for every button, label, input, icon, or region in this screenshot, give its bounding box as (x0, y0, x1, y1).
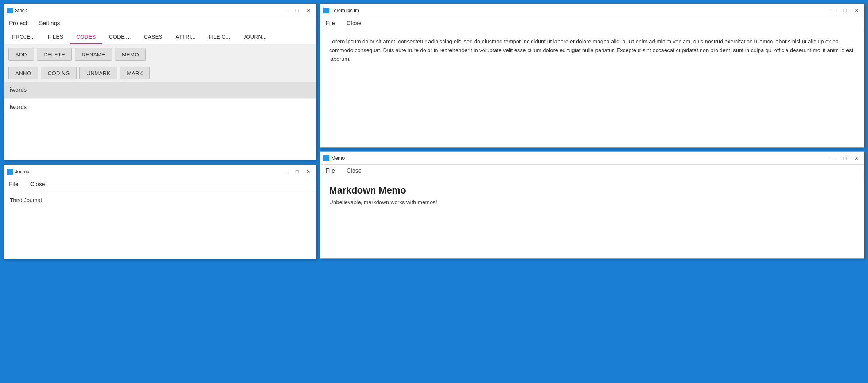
tab-journ[interactable]: JOURN... (237, 30, 273, 44)
memo-icon (323, 155, 329, 161)
journal-window: Journal — □ ✕ File Close Third Journal (4, 165, 316, 259)
memo-subtext: Unbelievable, markdown works with memos! (329, 199, 855, 205)
memo-button[interactable]: MEMO (115, 48, 146, 61)
journal-title: Journal (15, 169, 281, 174)
memo-heading: Markdown Memo (329, 185, 855, 196)
lorem-paragraph: Lorem ipsum dolor sit amet, consectetur … (329, 37, 855, 63)
mark-button[interactable]: MARK (120, 67, 149, 79)
memo-title: Memo (331, 155, 829, 161)
memo-maximize-btn[interactable]: □ (841, 155, 849, 162)
tab-codes[interactable]: CODES (70, 30, 102, 44)
memo-menu-file[interactable]: File (323, 166, 337, 176)
stack-window-controls: — □ ✕ (281, 7, 313, 14)
toolbar-row-2: ANNO CODING UNMARK MARK (4, 63, 316, 82)
lorem-menu-close[interactable]: Close (345, 19, 364, 28)
stack-close-btn[interactable]: ✕ (304, 7, 313, 14)
stack-titlebar: Stack — □ ✕ (4, 4, 316, 17)
journal-text: Third Journal (10, 197, 42, 203)
add-button[interactable]: ADD (8, 48, 34, 61)
tab-proje[interactable]: PROJE... (5, 30, 42, 44)
journal-minimize-btn[interactable]: — (281, 168, 290, 175)
stack-menu-bar: Project Settings (4, 17, 316, 30)
journal-window-controls: — □ ✕ (281, 168, 313, 175)
tab-filec[interactable]: FILE C... (202, 30, 237, 44)
stack-maximize-btn[interactable]: □ (293, 7, 301, 14)
lorem-maximize-btn[interactable]: □ (841, 7, 849, 14)
journal-content-area: Third Journal (4, 191, 316, 259)
journal-close-btn[interactable]: ✕ (304, 168, 313, 175)
coding-button[interactable]: CODING (41, 67, 77, 79)
lorem-content-area: Lorem ipsum dolor sit amet, consectetur … (320, 30, 864, 147)
tab-attri[interactable]: ATTRI... (169, 30, 202, 44)
tab-files[interactable]: FILES (42, 30, 70, 44)
memo-window-controls: — □ ✕ (829, 155, 861, 162)
stack-minimize-btn[interactable]: — (281, 7, 290, 14)
memo-content-area: Markdown Memo Unbelievable, markdown wor… (320, 177, 864, 258)
anno-button[interactable]: ANNO (8, 67, 38, 79)
list-item-iwords[interactable]: iwords (4, 82, 316, 99)
menu-settings[interactable]: Settings (37, 19, 62, 28)
codes-list: iwords lwords (4, 82, 316, 160)
lorem-window-controls: — □ ✕ (829, 7, 861, 14)
memo-menu-bar: File Close (320, 165, 864, 177)
memo-titlebar: Memo — □ ✕ (320, 152, 864, 165)
journal-maximize-btn[interactable]: □ (293, 168, 301, 175)
list-item-lwords[interactable]: lwords (4, 99, 316, 116)
tab-cases[interactable]: CASES (137, 30, 169, 44)
lorem-icon (323, 8, 329, 13)
lorem-title: Lorem Ipsum (331, 8, 829, 13)
stack-window: Stack — □ ✕ Project Settings PROJE... FI… (4, 4, 316, 160)
lorem-window: Lorem Ipsum — □ ✕ File Close Lorem ipsum… (320, 4, 864, 148)
tab-code[interactable]: CODE ... (102, 30, 137, 44)
delete-button[interactable]: DELETE (37, 48, 72, 61)
rename-button[interactable]: RENAME (75, 48, 112, 61)
journal-titlebar: Journal — □ ✕ (4, 165, 316, 178)
unmark-button[interactable]: UNMARK (79, 67, 117, 79)
lorem-titlebar: Lorem Ipsum — □ ✕ (320, 4, 864, 17)
menu-project[interactable]: Project (7, 19, 30, 28)
stack-title: Stack (15, 8, 281, 13)
journal-menu-file[interactable]: File (7, 180, 21, 189)
journal-menu-bar: File Close (4, 178, 316, 191)
memo-close-btn[interactable]: ✕ (852, 155, 861, 162)
memo-window: Memo — □ ✕ File Close Markdown Memo Unbe… (320, 151, 864, 259)
memo-menu-close[interactable]: Close (345, 166, 364, 176)
memo-minimize-btn[interactable]: — (829, 155, 838, 162)
stack-icon (7, 8, 13, 13)
lorem-menu-bar: File Close (320, 17, 864, 30)
toolbar-row-1: ADD DELETE RENAME MEMO (4, 44, 316, 63)
lorem-minimize-btn[interactable]: — (829, 7, 838, 14)
journal-menu-close[interactable]: Close (28, 180, 47, 189)
lorem-menu-file[interactable]: File (323, 19, 337, 28)
lorem-close-btn[interactable]: ✕ (852, 7, 861, 14)
journal-icon (7, 169, 13, 175)
stack-tabs-bar: PROJE... FILES CODES CODE ... CASES ATTR… (4, 30, 316, 44)
